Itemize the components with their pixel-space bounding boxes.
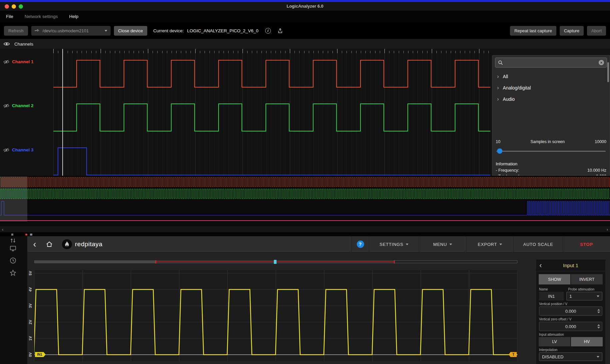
probe-attenuation-select[interactable]: 1 — [566, 292, 602, 300]
capture-button[interactable]: Capture — [560, 26, 584, 36]
channel2-label[interactable]: Channel 2 — [12, 103, 34, 108]
y-axis-label: 0V — [28, 352, 34, 358]
toolbar-spacer — [108, 236, 351, 252]
stepper-icon[interactable] — [597, 324, 600, 329]
star-icon[interactable] — [9, 269, 17, 276]
vertical-zero-offset-label: Vertical zero offset / V — [539, 317, 602, 321]
hv-button[interactable]: HV — [571, 337, 603, 346]
horizontal-scrollbar[interactable]: ‹ › — [0, 227, 610, 232]
settings-label: SETTINGS — [379, 242, 403, 247]
range-viewed-segment — [35, 261, 155, 263]
time-ruler — [53, 49, 490, 53]
close-device-button[interactable]: Close device — [114, 26, 147, 36]
channel3-hide-icon[interactable] — [3, 148, 9, 152]
stop-button[interactable]: STOP — [563, 236, 610, 252]
small-icon — [11, 234, 13, 236]
probe-attenuation-label: Probe attenuation — [568, 287, 602, 291]
search-box: × — [495, 58, 607, 68]
device-port-select[interactable]: /dev/cu.usbmodem2101 — [31, 26, 111, 36]
export-label: EXPORT — [478, 242, 497, 247]
y-axis-label: 2V — [28, 319, 34, 325]
chevron-down-icon — [449, 244, 452, 245]
screen: LogicAnalyzer 6.0 File Network settings … — [0, 0, 610, 364]
info-label: - Frequency: — [496, 168, 519, 173]
vertical-position-field[interactable]: 0.000 — [539, 306, 602, 316]
display-icon[interactable] — [9, 245, 17, 252]
back-button[interactable]: ‹ — [27, 236, 42, 252]
group-item-all[interactable]: › All — [492, 71, 606, 82]
left-icon-strip — [0, 236, 27, 364]
menu-help[interactable]: Help — [69, 14, 79, 19]
chevron-down-icon — [406, 244, 408, 245]
panel-scrollbar-thumb[interactable] — [607, 62, 609, 82]
samples-slider-knob[interactable] — [497, 148, 502, 154]
capture-overview-minimap[interactable] — [0, 176, 610, 227]
samples-slider-track[interactable] — [496, 151, 606, 152]
menubar: File Network settings Help — [0, 11, 610, 22]
menu-network-settings[interactable]: Network settings — [25, 14, 58, 19]
current-device-value: LOGIC_ANALYZER_PICO_2_V6_0 — [187, 28, 259, 33]
stepper-icon[interactable] — [597, 309, 600, 313]
scroll-right-icon[interactable]: › — [607, 227, 608, 232]
flame-icon — [62, 239, 72, 249]
upload-icon[interactable] — [278, 28, 283, 34]
channel3-label[interactable]: Channel 3 — [12, 147, 34, 152]
menu-dropdown[interactable]: MENU — [419, 236, 466, 252]
vertical-position-value: 0.000 — [565, 309, 576, 314]
clock-icon[interactable] — [9, 257, 17, 264]
sample-cursor[interactable] — [62, 49, 63, 176]
input1-settings-panel: ‹ Input 1 SHOW INVERT Name IN1 Probe att… — [536, 260, 605, 364]
repeat-last-capture-button[interactable]: Repeat last capture — [510, 26, 556, 36]
invert-button[interactable]: INVERT — [571, 274, 603, 284]
channel1-label[interactable]: Channel 1 — [12, 59, 34, 64]
chevron-down-icon — [105, 30, 107, 32]
samples-in-screen-row: 10 Samples in screen 10000 — [496, 139, 606, 144]
group-item-analog-digital[interactable]: › Analog/digital — [492, 82, 606, 93]
abort-button[interactable]: Abort — [587, 26, 606, 36]
refresh-button[interactable]: Refresh — [4, 26, 28, 36]
show-button[interactable]: SHOW — [539, 274, 570, 284]
eye-icon[interactable] — [3, 42, 10, 46]
auto-scale-button[interactable]: AUTO SCALE — [513, 236, 563, 252]
probe-attenuation-value: 1 — [569, 294, 572, 299]
info-icon[interactable]: i — [265, 28, 271, 34]
waveform-area[interactable]: Channel 1 Channel 2 Channel 3 × — [0, 49, 610, 176]
channel1-hide-icon[interactable] — [3, 60, 9, 64]
chevron-right-icon: › — [497, 96, 499, 102]
scroll-left-icon[interactable]: ‹ — [2, 227, 3, 232]
time-range-bar[interactable] — [34, 260, 517, 264]
record-dot-icon — [25, 234, 27, 236]
y-axis-label: 5V — [28, 270, 34, 276]
interpolation-select[interactable]: DISABLED — [539, 352, 602, 361]
oscilloscope-plot[interactable]: IN1 T — [34, 270, 517, 361]
lv-button[interactable]: LV — [539, 337, 570, 346]
minimap-view-selection[interactable] — [0, 176, 27, 222]
help-cell[interactable]: ? — [351, 236, 369, 252]
device-port-value: /dev/cu.usbmodem2101 — [43, 28, 102, 33]
redpitaya-logo[interactable]: redpitaya — [57, 236, 108, 252]
chevron-right-icon: › — [497, 74, 499, 80]
trigger-level-badge[interactable]: T — [509, 352, 517, 357]
vertical-zero-offset-field[interactable]: 0.000 — [539, 322, 602, 331]
in1-zero-badge[interactable]: IN1 — [35, 352, 46, 357]
help-icon[interactable]: ? — [357, 241, 364, 248]
window-divider-strip — [0, 233, 610, 236]
window-title: LogicAnalyzer 6.0 — [0, 2, 610, 11]
in1-waveform — [34, 270, 517, 361]
clear-search-button[interactable]: × — [599, 60, 604, 65]
transfer-icon[interactable] — [9, 237, 17, 244]
panel-collapse-chevron[interactable]: ‹ — [539, 260, 542, 272]
y-axis-label: 4V — [28, 286, 34, 292]
export-menu[interactable]: EXPORT — [466, 236, 513, 252]
chevron-down-icon — [597, 356, 599, 358]
search-input[interactable] — [505, 60, 596, 65]
channel2-hide-icon[interactable] — [3, 103, 9, 108]
range-trigger-handle[interactable] — [274, 260, 277, 264]
menu-file[interactable]: File — [6, 14, 13, 19]
settings-menu[interactable]: SETTINGS — [369, 236, 419, 252]
group-item-audio[interactable]: › Audio — [492, 93, 606, 105]
vertical-position-label: Vertical position / V — [539, 302, 602, 306]
home-button[interactable] — [42, 236, 57, 252]
name-field[interactable]: IN1 — [539, 292, 564, 300]
channel-groups-panel: × › All › Analog/digital › Audio — [492, 55, 610, 176]
